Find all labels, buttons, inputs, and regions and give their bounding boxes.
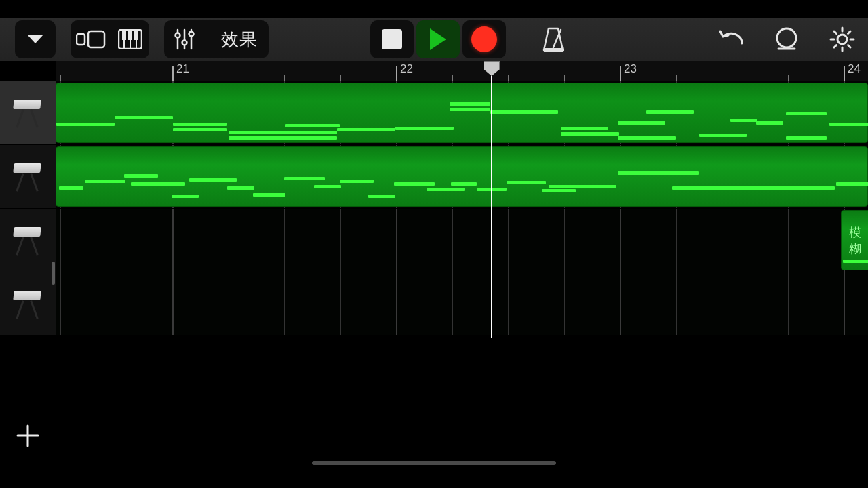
track-header[interactable]	[0, 145, 56, 209]
midi-note	[672, 186, 835, 190]
keyboard-instrument-icon	[11, 291, 45, 318]
midi-region[interactable]: 模糊	[841, 210, 868, 270]
play-button[interactable]	[416, 20, 460, 58]
midi-note	[549, 185, 616, 188]
midi-note	[172, 195, 199, 198]
loop-icon	[773, 26, 800, 53]
midi-note	[542, 189, 576, 192]
midi-note	[85, 180, 125, 183]
track-lane[interactable]	[56, 81, 868, 145]
midi-note	[451, 182, 477, 186]
instrument-view-button[interactable]	[111, 20, 149, 58]
svg-point-12	[182, 41, 187, 45]
sidebar-scroll-thumb[interactable]	[52, 262, 55, 285]
svg-point-14	[189, 32, 194, 37]
svg-line-26	[848, 31, 851, 34]
track-view-button[interactable]	[71, 20, 111, 58]
midi-note	[173, 123, 227, 126]
midi-note	[189, 178, 237, 182]
midi-note	[450, 102, 490, 106]
undo-icon	[717, 28, 745, 50]
svg-rect-7	[128, 30, 132, 40]
track-lane[interactable]	[56, 145, 868, 209]
track-header[interactable]	[0, 272, 56, 336]
midi-region[interactable]	[56, 146, 868, 207]
stop-button[interactable]	[370, 20, 414, 58]
gear-icon	[829, 26, 855, 52]
svg-point-19	[837, 35, 847, 44]
midi-note	[507, 181, 546, 184]
midi-note	[561, 127, 608, 130]
midi-note	[368, 195, 395, 198]
region-label: 模糊	[849, 224, 863, 257]
effects-label: 效果	[221, 28, 258, 52]
track-header[interactable]	[0, 209, 56, 272]
midi-note	[561, 132, 619, 136]
midi-note	[56, 123, 115, 126]
keyboard-instrument-icon	[11, 227, 45, 254]
midi-note	[340, 180, 374, 183]
midi-note	[284, 177, 325, 180]
svg-point-10	[176, 33, 180, 38]
midi-note	[756, 121, 783, 125]
settings-button[interactable]	[827, 20, 857, 58]
midi-note	[227, 186, 254, 190]
midi-note	[786, 136, 827, 140]
track-lane[interactable]	[56, 272, 868, 336]
track-headers	[0, 81, 56, 336]
track-header[interactable]	[0, 81, 56, 145]
midi-note	[131, 182, 185, 186]
timeline-ruler[interactable]: 21222324	[56, 61, 868, 81]
chevron-down-icon	[26, 33, 45, 45]
record-button[interactable]	[462, 20, 506, 58]
svg-point-17	[777, 28, 796, 47]
svg-line-27	[834, 45, 837, 48]
midi-note	[394, 182, 435, 186]
midi-note	[618, 121, 665, 125]
ruler-bar-label: 21	[176, 62, 189, 76]
metronome-icon	[540, 26, 566, 53]
transport	[368, 20, 506, 58]
midi-note	[730, 119, 757, 122]
undo-button[interactable]	[716, 20, 746, 58]
midi-note	[395, 127, 454, 130]
track-area[interactable]: 模糊	[56, 81, 868, 336]
view-menu-button[interactable]	[15, 20, 56, 58]
ruler-bar-label: 24	[848, 62, 861, 76]
midi-note	[699, 134, 747, 137]
midi-note	[646, 110, 694, 114]
keyboard-instrument-icon	[11, 100, 45, 127]
record-icon	[471, 26, 497, 52]
loop-button[interactable]	[772, 20, 802, 58]
midi-note	[618, 171, 699, 175]
midi-region[interactable]	[56, 83, 868, 143]
midi-note	[285, 124, 340, 127]
svg-rect-16	[544, 48, 563, 52]
ruler-bar-label: 22	[400, 62, 413, 76]
midi-note	[229, 131, 337, 134]
midi-note	[786, 112, 827, 115]
home-indicator	[312, 461, 556, 465]
svg-line-25	[848, 45, 851, 48]
midi-note	[337, 128, 395, 131]
midi-note	[59, 186, 83, 190]
midi-note	[450, 108, 490, 111]
effects-button[interactable]: 效果	[205, 20, 269, 58]
toolbar: 效果	[0, 18, 868, 61]
fx-sliders-button[interactable]	[164, 20, 205, 58]
piano-icon	[118, 29, 142, 49]
svg-line-24	[834, 31, 837, 34]
ruler-bar-label: 23	[624, 62, 637, 76]
playhead[interactable]	[491, 61, 492, 338]
svg-rect-6	[122, 30, 126, 40]
metronome-button[interactable]	[534, 20, 572, 58]
midi-note	[843, 260, 868, 263]
svg-rect-1	[88, 31, 104, 47]
track-lane[interactable]: 模糊	[56, 209, 868, 272]
keyboard-instrument-icon	[11, 163, 45, 190]
midi-note	[829, 123, 868, 126]
play-icon	[430, 28, 446, 50]
svg-rect-0	[77, 34, 85, 45]
add-track-button[interactable]	[0, 408, 56, 464]
svg-rect-8	[134, 30, 138, 40]
